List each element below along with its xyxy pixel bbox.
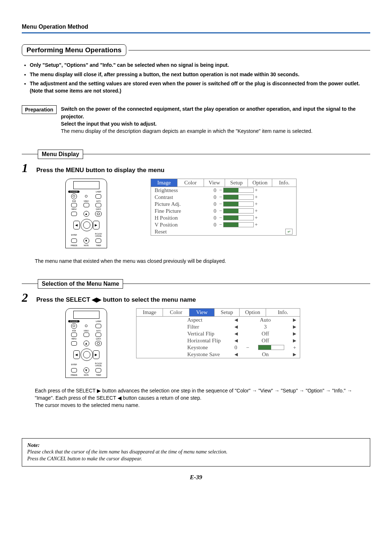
osd-row: Keystone Save ◀ On ▶	[136, 351, 300, 358]
osd-tab-info: Info.	[266, 309, 300, 316]
osd-row: H Position 0 − +	[151, 215, 296, 221]
osd-tab-view: View	[204, 179, 225, 187]
left-arrow-icon: ◀	[234, 331, 238, 337]
step-1: 1 Press the MENU button to display the m…	[22, 162, 370, 174]
menu-button	[71, 212, 77, 216]
down-button: ▼	[83, 367, 89, 373]
timer-label: TIMER	[92, 374, 105, 376]
auto-label: AUTO	[92, 200, 105, 202]
osd-row: Vertical Flip ◀ Off ▶	[136, 330, 300, 337]
osd-slider: − +	[219, 222, 258, 228]
osd-tabs: Image Color View Setup Option Info.	[151, 179, 296, 187]
right-arrow-icon: ▶	[293, 324, 296, 330]
osd-item-value: 0	[205, 215, 219, 221]
menu-label: MENU	[68, 208, 80, 210]
right-arrow-icon: ▶	[293, 317, 296, 323]
osd-item-value: 0	[205, 187, 219, 194]
osd-value: On	[262, 351, 269, 358]
osd-reset-label: Reset	[155, 229, 205, 235]
rclick-label: R-CLICK/ CANCEL	[92, 362, 105, 367]
subsection-selection: Selection of the Menu Name	[22, 279, 370, 289]
osd-body: Aspect ◀ Auto ▶ Filter ◀ 3 ▶ Vertical Fl…	[136, 317, 300, 358]
note-title: Note:	[27, 442, 365, 448]
enter-button	[71, 368, 77, 372]
slider-track	[223, 201, 254, 207]
step1-after-text: The menu name that existed when the menu…	[22, 257, 370, 265]
osd-row: Keystone 0 − +	[136, 344, 300, 351]
osd-reset-row: Reset ↵	[151, 228, 296, 235]
prep-line2: Select the input that you wish to adjust…	[61, 121, 157, 127]
plus-icon: +	[255, 215, 258, 221]
left-arrow-icon: ◀	[234, 317, 238, 323]
osd-control: 0 − +	[234, 345, 296, 351]
osd-body: Brightness 0 − + Contrast 0 − + Picture …	[151, 187, 296, 228]
note-line2: Press the CANCEL button to make the curs…	[27, 455, 365, 463]
minus-icon: −	[219, 222, 222, 228]
quick-button	[95, 211, 102, 216]
auto-button	[95, 333, 101, 337]
bullet-item: The menu display will close if, after pr…	[30, 71, 370, 78]
osd-slider: − +	[219, 201, 258, 207]
slider-track	[223, 222, 254, 227]
osd-slider: − +	[219, 208, 258, 214]
right-button: ▶	[93, 350, 99, 359]
laser-button	[95, 194, 101, 199]
standby-button	[71, 323, 77, 329]
osd-item-name: Vertical Flip	[140, 331, 234, 337]
osd-item-value: 0	[205, 194, 219, 200]
note-line1: Please check that the cursor of the item…	[27, 448, 365, 456]
osd-control: ◀ Off ▶	[234, 331, 296, 337]
bullet-text: The adjustment and the setting values ar…	[30, 81, 360, 86]
osd-tab-color: Color	[177, 179, 204, 187]
select-ring	[81, 219, 93, 231]
left-button: ◀	[73, 350, 80, 359]
osd-control: ◀ Off ▶	[234, 338, 296, 344]
select-ring	[81, 349, 93, 361]
step2-after-text: Each press of the SELECT ▶ button advanc…	[22, 387, 370, 409]
left-arrow-icon: ◀	[234, 324, 238, 330]
osd-tab-option: Option	[248, 179, 272, 187]
freeze-label: FREEZE	[68, 244, 80, 247]
osd-slider: − +	[219, 215, 258, 221]
osd-tab-color: Color	[163, 309, 189, 316]
step1-diagrams: STANDBY LASER RGB VIDEO AUTO	[22, 179, 370, 248]
preparation-label: Preparation	[22, 105, 57, 114]
down-button: ▼	[83, 238, 89, 244]
osd-item-name: V Position	[155, 222, 205, 228]
auto-label: AUTO	[92, 330, 105, 332]
section-title: Performing Menu Operations	[22, 44, 126, 56]
minus-icon: −	[219, 187, 222, 193]
plus-icon: +	[255, 208, 258, 214]
enter-label: ENTER	[68, 363, 80, 366]
slider-track	[223, 208, 254, 213]
osd-item-name: Aspect	[140, 317, 234, 323]
dpad: ◀ ▶	[73, 217, 99, 232]
auto-button	[95, 203, 101, 207]
osd-row: Horizontal Flip ◀ Off ▶	[136, 337, 300, 344]
laser-button	[95, 324, 101, 328]
minus-icon: −	[219, 215, 222, 221]
step-text: Press the SELECT ◀▶ button to select the…	[36, 296, 196, 304]
osd-menu-image: Image Color View Setup Option Info. Brig…	[151, 179, 297, 236]
osd-row: Brightness 0 − +	[151, 187, 296, 194]
osd-menu-view: Image Color View Setup Option Info. Aspe…	[136, 308, 300, 358]
rclick-label: R-CLICK/ CANCEL	[92, 233, 105, 237]
minus-icon: −	[219, 201, 222, 207]
osd-tab-view: View	[189, 309, 215, 316]
osd-item-value: 0	[205, 201, 219, 207]
step-number: 1	[22, 162, 36, 174]
page-header: Menu Operation Method	[22, 24, 370, 33]
osd-row: V Position 0 − +	[151, 221, 296, 228]
led-indicator	[85, 325, 87, 327]
section-hr	[128, 50, 370, 50]
minus-icon: −	[219, 208, 222, 214]
mute-label: MUTE	[80, 244, 93, 247]
osd-item-name: Brightness	[155, 187, 205, 194]
enter-button	[71, 239, 77, 243]
right-arrow-icon: ▶	[293, 331, 296, 337]
osd-value: 3	[264, 324, 267, 330]
plus-icon: +	[255, 222, 258, 228]
remote-standby-label: STANDBY	[68, 320, 79, 322]
plus-icon: +	[255, 201, 258, 207]
bullet-note: (Note that some items are not stored.)	[30, 88, 121, 94]
